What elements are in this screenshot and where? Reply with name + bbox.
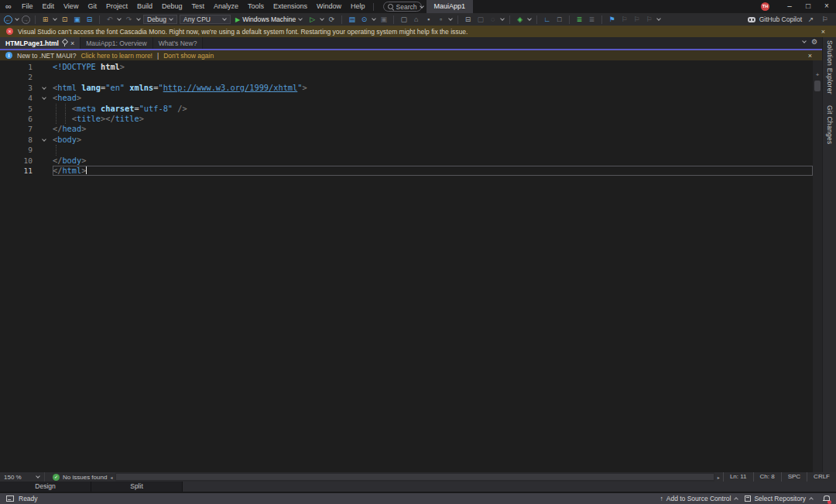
emulator-icon[interactable]: ▢ (475, 15, 485, 25)
code-text[interactable]: <body> (53, 135, 813, 145)
prev-bookmark-icon[interactable]: ⚐ (619, 15, 629, 25)
solution-config-select[interactable]: Debug (143, 15, 177, 24)
menu-build[interactable]: Build (132, 0, 157, 13)
new-project-icon[interactable]: ⊞ (40, 15, 50, 25)
tab-split[interactable]: Split (91, 482, 183, 492)
test-list-icon[interactable]: ≣ (587, 15, 597, 25)
line-ending-indicator[interactable]: CRLF (807, 472, 836, 482)
code-text[interactable]: <!DOCTYPE html> (53, 62, 813, 72)
menu-view[interactable]: View (59, 0, 83, 13)
dropdown-caret[interactable] (136, 17, 141, 22)
run-tests-icon[interactable]: ≣ (574, 15, 584, 25)
sidebar-tab-git-changes[interactable]: Git Changes (826, 105, 834, 145)
dropdown-caret[interactable] (320, 17, 324, 22)
window-dark-icon[interactable]: ▪ (423, 15, 433, 25)
line-indicator[interactable]: Ln: 11 (723, 472, 753, 482)
scroll-left-icon[interactable]: ◂ (107, 475, 115, 480)
nav-forward-icon[interactable]: → (22, 15, 30, 24)
plus-icon[interactable]: + (814, 71, 821, 78)
tab-what-s-new-[interactable]: What's New? (153, 37, 204, 49)
menu-extensions[interactable]: Extensions (269, 0, 312, 13)
menu-window[interactable]: Window (312, 0, 346, 13)
code-line[interactable]: 7</head> (0, 124, 813, 134)
open-file-icon[interactable]: ⊡ (60, 15, 70, 25)
code-line[interactable]: 1<!DOCTYPE html> (0, 62, 813, 72)
code-text[interactable]: <title></title> (53, 114, 813, 124)
issues-label[interactable]: No issues found (63, 474, 107, 481)
dropdown-caret[interactable] (448, 17, 453, 22)
dropdown-caret[interactable] (372, 17, 376, 22)
run-no-debug-icon[interactable]: ▷ (307, 15, 317, 25)
menu-test[interactable]: Test (187, 0, 209, 13)
dropdown-caret[interactable] (53, 17, 57, 22)
active-files-dropdown-icon[interactable] (802, 39, 807, 43)
package-icon[interactable]: ⌂ (411, 15, 421, 25)
menu-file[interactable]: File (17, 0, 38, 13)
bookmark-icon[interactable]: ⚑ (607, 15, 617, 25)
close-icon[interactable]: × (817, 28, 830, 36)
window-edit-icon[interactable]: ▫ (436, 15, 446, 25)
pin-icon[interactable] (62, 39, 67, 46)
menu-git[interactable]: Git (83, 0, 101, 13)
hot-reload-icon[interactable]: ◈ (515, 15, 525, 25)
code-line[interactable]: 2 (0, 72, 813, 82)
fold-margin[interactable] (39, 83, 53, 93)
dropdown-caret[interactable] (527, 17, 532, 22)
tab-design[interactable]: Design (0, 482, 91, 492)
menu-help[interactable]: Help (346, 0, 370, 13)
code-text[interactable]: <meta charset="utf-8" /> (53, 104, 813, 114)
solution-platform-select[interactable]: Any CPU (180, 15, 231, 24)
navigate-line-icon[interactable]: ∟ (542, 15, 552, 25)
fold-margin[interactable] (39, 93, 53, 103)
save-all-icon[interactable]: ⊟ (84, 15, 94, 25)
tab-htmlpage1-html[interactable]: HTMLPage1.html× (0, 37, 81, 49)
dropdown-caret[interactable] (117, 17, 122, 22)
vertical-scrollbar[interactable]: + (813, 60, 822, 472)
github-copilot-icon[interactable] (748, 17, 755, 22)
add-to-source-control-button[interactable]: ↑ Add to Source Control (660, 495, 738, 502)
redo-icon[interactable]: ↷ (124, 15, 134, 25)
restart-icon[interactable]: ⟳ (327, 15, 337, 25)
fold-margin[interactable] (39, 135, 53, 145)
code-line[interactable]: 9 (0, 145, 813, 155)
start-debug-button[interactable]: ▶Windows Machine (233, 15, 305, 23)
code-line[interactable]: 8<body> (0, 135, 813, 145)
preview-browser-icon[interactable]: ▤ (347, 15, 357, 25)
pause-icon[interactable]: ◌ (488, 15, 498, 25)
menu-project[interactable]: Project (101, 0, 132, 13)
scroll-right-icon[interactable]: ▸ (714, 475, 723, 480)
next-bookmark-icon[interactable]: ⚐ (632, 15, 642, 25)
code-line[interactable]: 4<head> (0, 93, 813, 103)
search-input[interactable]: Search (383, 2, 422, 12)
code-text[interactable] (53, 72, 813, 82)
code-area[interactable]: 1<!DOCTYPE html>23<html lang="en" xmlns=… (0, 60, 813, 472)
code-text[interactable]: </html> (53, 166, 813, 176)
code-text[interactable]: <head> (53, 93, 813, 103)
maximize-button[interactable]: □ (799, 0, 817, 13)
menu-edit[interactable]: Edit (38, 0, 60, 13)
nav-back-icon[interactable]: ← (4, 15, 12, 24)
close-icon[interactable]: × (70, 39, 74, 47)
undo-icon[interactable]: ↶ (104, 15, 115, 25)
clear-bookmark-icon[interactable]: ⚐ (644, 15, 654, 25)
browser-link-icon[interactable]: ⊙ (359, 15, 369, 25)
code-line[interactable]: 11</html> (0, 166, 813, 176)
code-line[interactable]: 6 <title></title> (0, 114, 813, 124)
code-text[interactable]: </head> (53, 124, 813, 134)
minimize-button[interactable]: – (780, 0, 799, 13)
account-avatar[interactable]: TH (761, 2, 769, 11)
code-text[interactable]: </body> (53, 156, 813, 166)
menu-debug[interactable]: Debug (157, 0, 187, 13)
dropdown-caret[interactable] (500, 17, 505, 22)
close-icon[interactable]: × (803, 52, 817, 60)
scrollbar-thumb[interactable] (814, 81, 821, 91)
save-icon[interactable]: ▣ (72, 15, 82, 25)
dropdown-caret[interactable] (656, 17, 661, 22)
new-item-icon[interactable]: ▢ (399, 15, 409, 25)
menu-tools[interactable]: Tools (243, 0, 269, 13)
code-text[interactable] (53, 145, 813, 155)
horizontal-scrollbar[interactable] (115, 472, 714, 482)
learn-more-link[interactable]: Click here to learn more! (81, 52, 152, 60)
code-line[interactable]: 10</body> (0, 156, 813, 166)
sync-icon[interactable]: ▣ (379, 15, 389, 25)
